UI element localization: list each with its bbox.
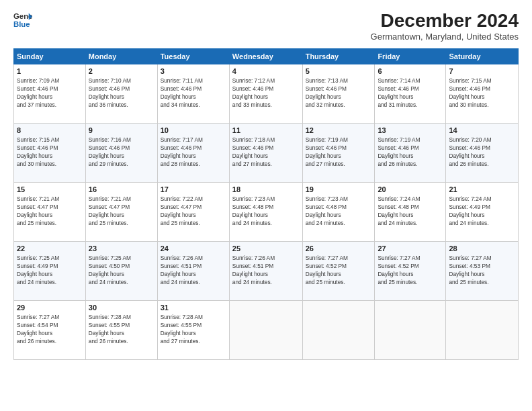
title-block: December 2024 Germantown, Maryland, Unit… [371, 11, 519, 42]
day-info: Sunrise: 7:28 AM Sunset: 4:55 PM Dayligh… [89, 313, 154, 345]
day-number: 6 [378, 67, 443, 75]
calendar-cell: 16 Sunrise: 7:21 AM Sunset: 4:47 PM Dayl… [85, 182, 157, 241]
calendar-cell: 5 Sunrise: 7:13 AM Sunset: 4:46 PM Dayli… [302, 64, 375, 123]
day-info: Sunrise: 7:27 AM Sunset: 4:53 PM Dayligh… [449, 254, 515, 286]
day-number: 11 [232, 126, 300, 134]
calendar-cell [302, 300, 375, 359]
day-info: Sunrise: 7:15 AM Sunset: 4:46 PM Dayligh… [17, 136, 83, 168]
weekday-header-tuesday: Tuesday [157, 48, 229, 64]
day-number: 28 [449, 244, 515, 253]
day-info: Sunrise: 7:27 AM Sunset: 4:52 PM Dayligh… [306, 254, 372, 286]
weekday-header-sunday: Sunday [14, 48, 86, 64]
calendar-cell: 15 Sunrise: 7:21 AM Sunset: 4:47 PM Dayl… [14, 182, 86, 241]
day-info: Sunrise: 7:20 AM Sunset: 4:46 PM Dayligh… [449, 136, 515, 168]
calendar-cell [229, 300, 302, 359]
day-number: 26 [306, 244, 372, 253]
calendar-cell: 18 Sunrise: 7:23 AM Sunset: 4:48 PM Dayl… [229, 182, 302, 241]
calendar-cell: 13 Sunrise: 7:19 AM Sunset: 4:46 PM Dayl… [375, 123, 446, 182]
day-number: 1 [17, 67, 83, 75]
logo-icon: General Blue [13, 11, 32, 30]
day-info: Sunrise: 7:21 AM Sunset: 4:47 PM Dayligh… [17, 195, 83, 227]
calendar-cell: 4 Sunrise: 7:12 AM Sunset: 4:46 PM Dayli… [229, 64, 302, 123]
weekday-header-monday: Monday [85, 48, 157, 64]
day-number: 21 [449, 185, 515, 193]
day-number: 2 [89, 67, 154, 75]
calendar-cell [375, 300, 446, 359]
calendar-cell: 29 Sunrise: 7:27 AM Sunset: 4:54 PM Dayl… [14, 300, 86, 359]
calendar-cell: 19 Sunrise: 7:23 AM Sunset: 4:48 PM Dayl… [302, 182, 375, 241]
day-number: 9 [89, 126, 154, 134]
day-info: Sunrise: 7:28 AM Sunset: 4:55 PM Dayligh… [161, 313, 226, 345]
svg-text:Blue: Blue [13, 20, 30, 28]
day-info: Sunrise: 7:24 AM Sunset: 4:48 PM Dayligh… [378, 195, 443, 227]
calendar-cell: 23 Sunrise: 7:25 AM Sunset: 4:50 PM Dayl… [85, 241, 157, 300]
calendar-cell: 6 Sunrise: 7:14 AM Sunset: 4:46 PM Dayli… [375, 64, 446, 123]
calendar-cell: 8 Sunrise: 7:15 AM Sunset: 4:46 PM Dayli… [14, 123, 86, 182]
day-number: 14 [449, 126, 515, 134]
day-number: 17 [161, 185, 226, 193]
day-number: 29 [17, 304, 83, 312]
day-info: Sunrise: 7:26 AM Sunset: 4:51 PM Dayligh… [161, 254, 226, 286]
day-number: 31 [161, 304, 226, 312]
calendar-cell: 9 Sunrise: 7:16 AM Sunset: 4:46 PM Dayli… [85, 123, 157, 182]
calendar-cell: 30 Sunrise: 7:28 AM Sunset: 4:55 PM Dayl… [85, 300, 157, 359]
logo: General Blue [13, 11, 32, 30]
calendar-cell: 28 Sunrise: 7:27 AM Sunset: 4:53 PM Dayl… [446, 241, 519, 300]
day-number: 16 [89, 185, 154, 193]
day-number: 7 [449, 67, 515, 75]
weekday-header-wednesday: Wednesday [229, 48, 302, 64]
calendar-cell: 26 Sunrise: 7:27 AM Sunset: 4:52 PM Dayl… [302, 241, 375, 300]
calendar-cell: 7 Sunrise: 7:15 AM Sunset: 4:46 PM Dayli… [446, 64, 519, 123]
calendar-cell: 12 Sunrise: 7:19 AM Sunset: 4:46 PM Dayl… [302, 123, 375, 182]
calendar-cell: 25 Sunrise: 7:26 AM Sunset: 4:51 PM Dayl… [229, 241, 302, 300]
day-info: Sunrise: 7:25 AM Sunset: 4:49 PM Dayligh… [17, 254, 83, 286]
day-number: 18 [232, 185, 300, 193]
day-info: Sunrise: 7:17 AM Sunset: 4:46 PM Dayligh… [161, 136, 226, 168]
day-info: Sunrise: 7:19 AM Sunset: 4:46 PM Dayligh… [378, 136, 443, 168]
day-number: 5 [306, 67, 372, 75]
day-number: 20 [378, 185, 443, 193]
calendar-cell: 2 Sunrise: 7:10 AM Sunset: 4:46 PM Dayli… [85, 64, 157, 123]
weekday-header-friday: Friday [375, 48, 446, 64]
calendar-cell: 22 Sunrise: 7:25 AM Sunset: 4:49 PM Dayl… [14, 241, 86, 300]
day-info: Sunrise: 7:18 AM Sunset: 4:46 PM Dayligh… [232, 136, 300, 168]
day-info: Sunrise: 7:19 AM Sunset: 4:46 PM Dayligh… [306, 136, 372, 168]
day-info: Sunrise: 7:09 AM Sunset: 4:46 PM Dayligh… [17, 77, 83, 109]
day-number: 19 [306, 185, 372, 193]
day-info: Sunrise: 7:16 AM Sunset: 4:46 PM Dayligh… [89, 136, 154, 168]
day-number: 25 [232, 244, 300, 253]
day-number: 3 [161, 67, 226, 75]
day-info: Sunrise: 7:21 AM Sunset: 4:47 PM Dayligh… [89, 195, 154, 227]
day-info: Sunrise: 7:23 AM Sunset: 4:48 PM Dayligh… [232, 195, 300, 227]
day-info: Sunrise: 7:23 AM Sunset: 4:48 PM Dayligh… [306, 195, 372, 227]
day-info: Sunrise: 7:27 AM Sunset: 4:52 PM Dayligh… [378, 254, 443, 286]
weekday-header-saturday: Saturday [446, 48, 519, 64]
month-title: December 2024 [371, 11, 519, 32]
page-header: General Blue December 2024 Germantown, M… [13, 11, 519, 42]
calendar-cell: 3 Sunrise: 7:11 AM Sunset: 4:46 PM Dayli… [157, 64, 229, 123]
calendar-cell [446, 300, 519, 359]
day-info: Sunrise: 7:11 AM Sunset: 4:46 PM Dayligh… [161, 77, 226, 109]
calendar-cell: 24 Sunrise: 7:26 AM Sunset: 4:51 PM Dayl… [157, 241, 229, 300]
weekday-header-thursday: Thursday [302, 48, 375, 64]
day-info: Sunrise: 7:13 AM Sunset: 4:46 PM Dayligh… [306, 77, 372, 109]
location-subtitle: Germantown, Maryland, United States [371, 32, 519, 42]
day-number: 24 [161, 244, 226, 253]
day-number: 22 [17, 244, 83, 253]
calendar-cell: 10 Sunrise: 7:17 AM Sunset: 4:46 PM Dayl… [157, 123, 229, 182]
calendar-cell: 21 Sunrise: 7:24 AM Sunset: 4:49 PM Dayl… [446, 182, 519, 241]
day-info: Sunrise: 7:15 AM Sunset: 4:46 PM Dayligh… [449, 77, 515, 109]
day-number: 30 [89, 304, 154, 312]
day-number: 10 [161, 126, 226, 134]
calendar-cell: 17 Sunrise: 7:22 AM Sunset: 4:47 PM Dayl… [157, 182, 229, 241]
day-number: 8 [17, 126, 83, 134]
calendar-cell: 31 Sunrise: 7:28 AM Sunset: 4:55 PM Dayl… [157, 300, 229, 359]
day-number: 13 [378, 126, 443, 134]
calendar-cell: 11 Sunrise: 7:18 AM Sunset: 4:46 PM Dayl… [229, 123, 302, 182]
calendar-cell: 14 Sunrise: 7:20 AM Sunset: 4:46 PM Dayl… [446, 123, 519, 182]
day-number: 15 [17, 185, 83, 193]
calendar-table: SundayMondayTuesdayWednesdayThursdayFrid… [13, 48, 519, 360]
calendar-cell: 1 Sunrise: 7:09 AM Sunset: 4:46 PM Dayli… [14, 64, 86, 123]
day-info: Sunrise: 7:26 AM Sunset: 4:51 PM Dayligh… [232, 254, 300, 286]
day-info: Sunrise: 7:27 AM Sunset: 4:54 PM Dayligh… [17, 313, 83, 345]
